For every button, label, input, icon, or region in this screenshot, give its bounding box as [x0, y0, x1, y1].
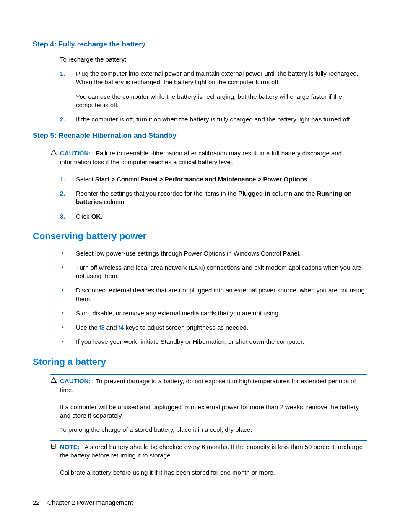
chapter-label: Chapter 2 Power management: [47, 499, 133, 506]
list-item: Use the f3 and f4 keys to adjust screen …: [60, 323, 367, 332]
f3-key: f3: [99, 324, 105, 331]
storing-p3: Calibrate a battery before using it if i…: [60, 468, 367, 477]
caution-callout: CAUTION: To prevent damage to a battery,…: [50, 374, 367, 397]
list-item: 2. If the computer is off, turn it on wh…: [60, 115, 367, 124]
storing-p1: If a computer will be unused and unplugg…: [60, 403, 367, 420]
item-text: If the computer is off, turn it on when …: [76, 115, 367, 124]
item-text: Reenter the settings that you recorded f…: [76, 189, 367, 207]
f4-key: f4: [119, 324, 124, 331]
list-item: 1. Plug the computer into external power…: [60, 70, 367, 109]
item-text: Click OK.: [76, 212, 367, 221]
list-item: Turn off wireless and local area network…: [60, 263, 367, 281]
note-icon: [50, 443, 58, 450]
caution-icon: [50, 149, 58, 157]
step5-list: 1. Select Start > Control Panel > Perfor…: [60, 175, 367, 221]
caution-callout: CAUTION: Failure to reenable Hibernation…: [50, 147, 367, 169]
step5-heading: Step 5: Reenable Hibernation and Standby: [33, 131, 367, 141]
note-label: NOTE:: [60, 443, 80, 450]
item-text: You can use the computer while the batte…: [76, 93, 367, 110]
note-callout: NOTE: A stored battery should be checked…: [50, 440, 367, 463]
item-text: Plug the computer into external power an…: [76, 70, 367, 87]
caution-icon: [50, 377, 58, 385]
note-body: NOTE: A stored battery should be checked…: [50, 443, 367, 460]
item-number: 1.: [60, 175, 65, 183]
caution-body: CAUTION: Failure to reenable Hibernation…: [50, 149, 367, 166]
list-item: 1. Select Start > Control Panel > Perfor…: [60, 175, 367, 183]
storing-heading: Storing a battery: [33, 356, 367, 368]
caution-label: CAUTION:: [60, 150, 91, 157]
caution-label: CAUTION:: [60, 377, 91, 385]
list-item: Disconnect external devices that are not…: [60, 286, 367, 303]
caution-text: Failure to reenable Hibernation after ca…: [60, 150, 342, 165]
step4-list: 1. Plug the computer into external power…: [60, 70, 367, 124]
item-number: 2.: [60, 115, 65, 124]
step4-intro: To recharge the battery:: [60, 55, 367, 64]
page-footer: 22 Chapter 2 Power management: [33, 498, 133, 507]
conserving-heading: Conserving battery power: [33, 230, 367, 243]
list-item: If you leave your work, initiate Standby…: [60, 338, 367, 346]
note-text: A stored battery should be checked every…: [60, 443, 363, 459]
item-text: Select Start > Control Panel > Performan…: [76, 175, 367, 183]
item-number: 1.: [60, 70, 65, 78]
page-number: 22: [33, 499, 40, 506]
item-number: 2.: [60, 189, 65, 198]
list-item: Stop, disable, or remove any external me…: [60, 309, 367, 318]
list-item: 3. Click OK.: [60, 212, 367, 221]
caution-text: To prevent damage to a battery, do not e…: [60, 377, 356, 393]
list-item: Select low power-use settings through Po…: [60, 249, 367, 258]
step4-heading: Step 4: Fully recharge the battery: [33, 40, 367, 49]
conserving-list: Select low power-use settings through Po…: [60, 249, 367, 346]
storing-p2: To prolong the charge of a stored batter…: [60, 426, 367, 434]
caution-body: CAUTION: To prevent damage to a battery,…: [50, 377, 367, 394]
item-number: 3.: [60, 212, 65, 221]
list-item: 2. Reenter the settings that you recorde…: [60, 189, 367, 207]
